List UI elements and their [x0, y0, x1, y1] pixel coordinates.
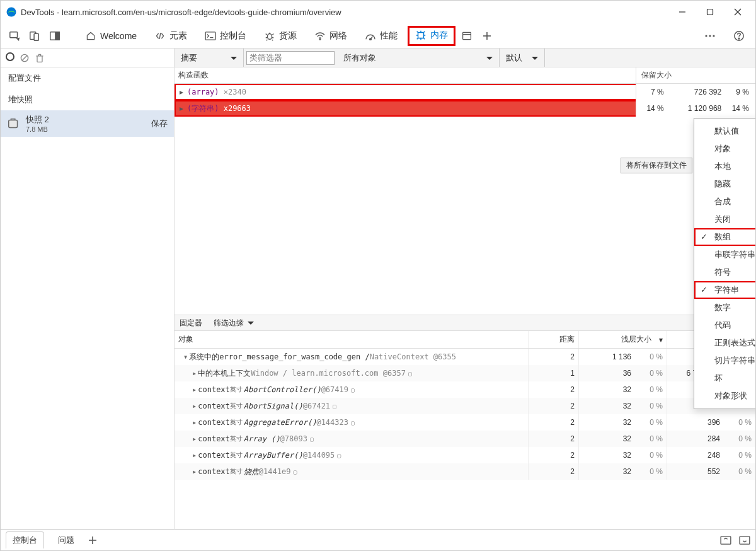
drawer-collapse-icon[interactable] — [739, 536, 750, 545]
elements-icon — [154, 30, 166, 42]
drawer-console-tab[interactable]: 控制台 — [6, 531, 44, 548]
menu-item[interactable]: 默认值 — [694, 122, 755, 140]
expand-icon: ▸ — [192, 369, 197, 378]
snapshot-size: 7.8 MB — [26, 125, 151, 133]
clear-icon[interactable] — [20, 53, 30, 63]
inspect-button[interactable] — [6, 27, 23, 45]
svg-rect-7 — [34, 33, 38, 40]
expand-icon: ▸ — [192, 451, 197, 460]
window-titlebar: DevTools - learn.microsoft.com/en-us/mic… — [1, 1, 755, 23]
menu-item[interactable]: 正则表达式 — [694, 334, 755, 352]
snapshot-icon — [7, 117, 21, 130]
save-all-tooltip: 将所有保存到文件 — [621, 158, 692, 173]
device-toggle-button[interactable] — [26, 27, 43, 45]
memory-main-pane: 摘要 所有对象 默认 构造函数 保留大小 ▸ (array) ×2340▸ (字… — [175, 49, 755, 529]
drawer-add-button[interactable] — [88, 536, 97, 545]
menu-item[interactable]: 关闭 — [694, 211, 755, 228]
square-icon: ▢ — [351, 419, 355, 426]
window-close-button[interactable] — [725, 3, 750, 21]
snapshot-item[interactable]: 快照 2 7.8 MB 保存 — [1, 110, 174, 137]
tab-sources[interactable]: 货源 — [256, 26, 304, 46]
menu-item[interactable]: ✓字符串 — [694, 281, 755, 299]
square-icon: ▢ — [293, 468, 297, 475]
expand-icon: ▸ — [178, 104, 185, 113]
menu-item[interactable]: 串联字符串 — [694, 246, 755, 264]
expand-icon: ▸ — [192, 467, 197, 476]
svg-rect-5 — [10, 32, 18, 37]
svg-point-23 — [738, 38, 740, 39]
tab-memory[interactable]: 内存 — [408, 26, 455, 46]
delete-icon[interactable] — [35, 53, 45, 63]
expand-icon: ▸ — [192, 434, 197, 443]
window-maximize-button[interactable] — [697, 3, 723, 21]
expand-icon: ▸ — [192, 402, 197, 410]
drawer-expand-icon[interactable] — [720, 536, 731, 545]
svg-rect-30 — [740, 536, 750, 543]
default-filter-select[interactable]: 默认 — [500, 49, 545, 67]
record-icon[interactable] — [6, 52, 14, 63]
check-icon: ✓ — [701, 285, 707, 294]
tab-network[interactable]: 网络 — [307, 26, 355, 46]
window-minimize-button[interactable] — [670, 3, 695, 21]
svg-rect-15 — [463, 32, 471, 39]
svg-rect-9 — [55, 32, 59, 40]
svg-rect-26 — [9, 120, 18, 128]
tab-app-button[interactable] — [458, 27, 476, 45]
square-icon: ▢ — [408, 370, 412, 377]
tab-elements[interactable]: 元素 — [147, 26, 195, 46]
svg-rect-14 — [418, 32, 424, 38]
svg-rect-2 — [707, 9, 713, 15]
retainer-row[interactable]: ▸ context 英寸Array () @78093▢ 2 320 % 284… — [175, 431, 755, 447]
svg-point-0 — [7, 8, 16, 17]
svg-point-12 — [319, 38, 321, 40]
class-filter-input[interactable] — [246, 51, 335, 65]
tab-performance[interactable]: 性能 — [357, 26, 405, 46]
snapshot-save-button[interactable]: 保存 — [151, 118, 168, 129]
svg-point-11 — [268, 33, 272, 39]
expand-icon: ▸ — [192, 418, 197, 427]
menu-item[interactable]: ✓数组 — [694, 228, 755, 246]
sort-down-icon: ▾ — [659, 335, 663, 344]
retainer-row[interactable]: ▸ 中的本机上下文 Window / learn.microsoft.com @… — [175, 365, 755, 381]
retainer-row[interactable]: ▸ context 英寸AggregateError() @144323▢ 2 … — [175, 414, 755, 431]
menu-item[interactable]: 合成 — [694, 193, 755, 211]
gauge-icon — [365, 30, 376, 42]
filter-edges-select[interactable]: 筛选边缘 — [214, 318, 254, 328]
retainers-header: 对象 距离 浅层大小▾ 保留大小▾ — [175, 331, 755, 349]
summary-select[interactable]: 摘要 — [175, 49, 244, 67]
expand-icon: ▾ — [183, 352, 188, 361]
tab-welcome[interactable]: Welcome — [77, 26, 144, 46]
object-filter-menu[interactable]: 默认值对象本地隐藏合成关闭✓数组串联字符串符号✓字符串数字代码正则表达式切片字符… — [694, 118, 755, 409]
menu-item[interactable]: 符号 — [694, 264, 755, 281]
menu-item[interactable]: 对象 — [694, 140, 755, 158]
devtools-tabbar: Welcome 元素 控制台 货源 网络 性能 内存 — [1, 23, 755, 49]
menu-item[interactable]: 本地 — [694, 158, 755, 175]
square-icon: ▢ — [310, 436, 314, 443]
tab-console[interactable]: 控制台 — [197, 26, 254, 46]
menu-item[interactable]: 隐藏 — [694, 175, 755, 193]
menu-item[interactable]: 切片字符串 — [694, 352, 755, 369]
objects-select[interactable]: 所有对象 — [337, 49, 500, 67]
retainer-row[interactable]: ▸ context 英寸AbortController() @67419▢ 2 … — [175, 381, 755, 398]
check-icon: ✓ — [701, 232, 707, 241]
left-toolbar — [1, 49, 174, 67]
drawer-issues-tab[interactable]: 问题 — [52, 532, 81, 548]
menu-item[interactable]: 代码 — [694, 316, 755, 334]
retainer-row[interactable]: ▸ context 英寸AbortSignal() @67421▢ 2 320 … — [175, 398, 755, 414]
more-button[interactable] — [701, 27, 719, 45]
retainer-row[interactable]: ▾ 系统中的 error_message_for_wasm_code_gen /… — [175, 349, 755, 365]
svg-point-19 — [705, 35, 707, 37]
help-button[interactable] — [730, 27, 748, 45]
add-tab-button[interactable] — [478, 27, 496, 45]
dock-button[interactable] — [46, 27, 64, 45]
snapshot-name: 快照 2 — [26, 114, 151, 125]
square-icon: ▢ — [337, 452, 341, 459]
menu-item[interactable]: 数字 — [694, 299, 755, 316]
console-icon — [205, 30, 216, 42]
menu-item[interactable]: 对象形状 — [694, 387, 755, 405]
bug-icon — [264, 30, 275, 42]
retainer-row[interactable]: ▸ context 英寸ArrayBuffer() @144095▢ 2 320… — [175, 447, 755, 463]
menu-item[interactable]: 坏 — [694, 369, 755, 387]
retainer-row[interactable]: ▸ context 英寸烧焦 @1441e9▢ 2 320 % 5520 % — [175, 463, 755, 480]
chevron-down-icon — [248, 322, 254, 328]
